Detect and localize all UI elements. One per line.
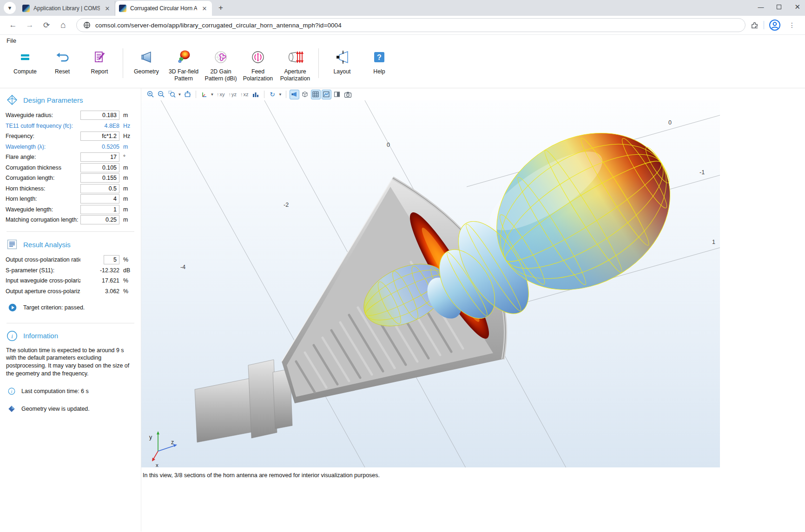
view-yz-button[interactable]: ↑ yz xyxy=(227,92,238,97)
graphics-toolbar: ▼ ▼ ↑ xy ↑ yz ↑ xz ↻ ▼ xyxy=(141,88,720,100)
back-button[interactable]: ← xyxy=(6,18,20,32)
view-caption: In this view, 3/8 sections of the horn a… xyxy=(141,467,720,479)
zoom-in-button[interactable] xyxy=(145,90,155,99)
browser-titlebar: ▼ Application Library | COMSOL S ✕ Corru… xyxy=(0,0,805,16)
svg-text:i: i xyxy=(11,389,13,394)
zoom-out-button[interactable] xyxy=(156,90,166,99)
corrugation-thickness-input[interactable] xyxy=(80,163,119,172)
param-row: Waveguide radius: m xyxy=(6,111,135,120)
waveguide-length-input[interactable] xyxy=(80,205,119,214)
snapshot-camera-button[interactable] xyxy=(343,90,353,99)
svg-text:x: x xyxy=(156,462,158,467)
param-row: Corrugation thickness m xyxy=(6,163,135,172)
up-arrow-icon: ↑ xyxy=(240,92,243,97)
grid-toggle[interactable] xyxy=(311,90,321,99)
geometry-button[interactable]: Geometry xyxy=(128,46,165,77)
information-paragraph: The solution time is expected to be arou… xyxy=(6,347,135,378)
corrugation-length-input[interactable] xyxy=(80,173,119,183)
rotate-view-button[interactable]: ↻ xyxy=(268,90,277,99)
reset-icon xyxy=(55,48,70,66)
profile-avatar-icon[interactable] xyxy=(769,19,781,31)
param-row: Corrugation length: m xyxy=(6,173,135,183)
invert-background-toggle[interactable] xyxy=(332,90,342,99)
scene-light-toggle[interactable] xyxy=(290,90,299,99)
comsol-favicon xyxy=(22,5,30,12)
window-close-button[interactable]: ✕ xyxy=(794,3,800,11)
graphics-canvas[interactable]: 0 -2 -4 0 -1 1 y z x xyxy=(141,100,720,467)
tab-close-icon[interactable]: ✕ xyxy=(104,5,111,12)
app-menubar: File xyxy=(0,35,805,46)
last-computation-text: Last computation time: 6 s xyxy=(21,388,89,394)
browser-tab-horn-antenna[interactable]: Corrugated Circular Horn Anten ✕ xyxy=(115,1,212,16)
layout-button[interactable]: Layout xyxy=(323,46,361,77)
param-row: Wavelength (λ): 0.5205 m xyxy=(6,142,135,151)
zoom-dropdown-caret[interactable]: ▼ xyxy=(178,92,182,97)
output-cross-polarization-value: 3.062 xyxy=(80,288,119,295)
help-icon: ? xyxy=(372,48,386,66)
zoom-extents-button[interactable] xyxy=(183,90,192,99)
layout-icon xyxy=(334,48,350,66)
view-xz-button[interactable]: ↑ xz xyxy=(239,92,250,97)
horn-thickness-input[interactable] xyxy=(80,184,119,193)
forward-button[interactable]: → xyxy=(23,18,37,32)
url-text: comsol.com/server-demo/app/library_corru… xyxy=(95,22,342,29)
tab-list-chevron-button[interactable]: ▼ xyxy=(4,2,16,14)
default-3d-view-button[interactable] xyxy=(251,90,261,99)
3d-farfield-pattern-button[interactable]: 3D Far-field Pattern xyxy=(165,46,202,84)
param-row: Waveguide length: m xyxy=(6,205,135,214)
view-xy-button[interactable]: ↑ xy xyxy=(215,92,226,97)
up-arrow-icon: ↑ xyxy=(229,92,231,97)
toolbar-separator xyxy=(196,91,196,98)
help-button[interactable]: ? Help xyxy=(361,46,398,77)
result-analysis-header: Result Analysis xyxy=(7,239,135,250)
view-dropdown-caret[interactable]: ▼ xyxy=(210,92,214,97)
site-globe-icon[interactable] xyxy=(83,21,91,29)
geometry-icon xyxy=(139,48,154,66)
3d-farfield-icon xyxy=(176,48,191,66)
plot-settings-toggle[interactable] xyxy=(322,90,331,99)
aperture-polarization-icon xyxy=(286,48,304,66)
graphics-pane: ▼ ▼ ↑ xy ↑ yz ↑ xz ↻ ▼ xyxy=(141,88,720,532)
geometry-updated-text: Geometry view is updated. xyxy=(21,406,90,412)
result-row: Output cross-polarization ratio target: … xyxy=(6,255,135,264)
transparency-toggle[interactable] xyxy=(300,90,310,99)
2d-gain-pattern-button[interactable]: 2D Gain Pattern (dBi) xyxy=(202,46,239,84)
horn-length-input[interactable] xyxy=(80,194,119,204)
play-icon xyxy=(8,303,17,312)
go-to-view-button[interactable] xyxy=(199,90,209,99)
svg-text:y: y xyxy=(149,434,152,440)
design-parameters-icon xyxy=(7,94,18,105)
geometry-diamond-icon xyxy=(8,405,15,413)
compute-button[interactable]: Compute xyxy=(7,46,44,77)
browser-navbar: ← → ⟳ ⌂ comsol.com/server-demo/app/libra… xyxy=(0,16,805,35)
window-minimize-button[interactable]: — xyxy=(758,4,764,11)
svg-text:-1: -1 xyxy=(699,169,705,176)
flare-angle-input[interactable] xyxy=(80,152,119,162)
extensions-icon[interactable] xyxy=(750,21,759,30)
matching-corrugation-length-input[interactable] xyxy=(80,215,119,224)
section-divider xyxy=(7,231,134,232)
home-button[interactable]: ⌂ xyxy=(56,18,70,32)
section-title: Result Analysis xyxy=(23,241,71,249)
svg-text:1: 1 xyxy=(712,239,715,245)
browser-tab-application-library[interactable]: Application Library | COMSOL S ✕ xyxy=(19,1,115,16)
file-menu[interactable]: File xyxy=(7,37,16,44)
browser-menu-kebab-icon[interactable]: ⋮ xyxy=(785,18,799,32)
feed-polarization-button[interactable]: Feed Polarization xyxy=(239,46,277,84)
svg-text:0: 0 xyxy=(387,142,390,148)
rotate-dropdown-caret[interactable]: ▼ xyxy=(278,92,283,97)
zoom-box-button[interactable] xyxy=(167,90,177,99)
tab-close-icon[interactable]: ✕ xyxy=(201,5,208,12)
cross-polarization-target-input[interactable] xyxy=(104,255,119,264)
wavelength-value: 0.5205 xyxy=(80,144,119,150)
window-maximize-button[interactable] xyxy=(777,5,781,9)
waveguide-radius-input[interactable] xyxy=(80,111,119,120)
reload-button[interactable]: ⟳ xyxy=(40,18,53,32)
frequency-input[interactable] xyxy=(80,131,119,141)
target-criterion-status: Target criterion: passed. xyxy=(8,303,135,312)
address-bar[interactable]: comsol.com/server-demo/app/library_corru… xyxy=(76,18,746,32)
report-button[interactable]: Report xyxy=(81,46,118,77)
aperture-polarization-button[interactable]: Aperture Polarization xyxy=(277,46,314,84)
new-tab-button[interactable]: + xyxy=(215,2,227,14)
reset-button[interactable]: Reset xyxy=(44,46,81,77)
